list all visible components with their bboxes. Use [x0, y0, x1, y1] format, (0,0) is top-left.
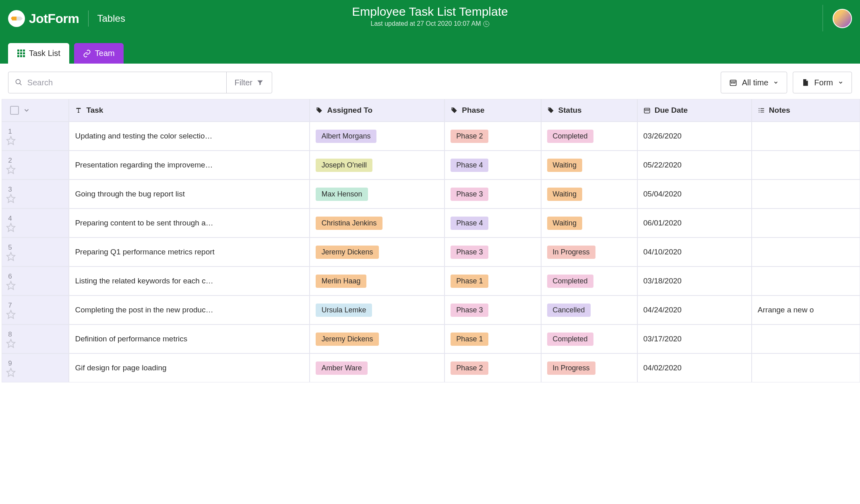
due-date-cell[interactable]: 04/10/2020 — [637, 238, 752, 266]
notes-cell[interactable] — [752, 353, 860, 382]
table-row[interactable]: 7 Completing the post in the new produc…… — [2, 295, 860, 324]
select-all-checkbox[interactable] — [10, 106, 19, 115]
status-badge: Waiting — [547, 159, 582, 172]
tab-team[interactable]: Team — [74, 43, 124, 64]
product-name[interactable]: Tables — [97, 13, 125, 24]
assigned-cell[interactable]: Albert Morgans — [310, 122, 444, 151]
assigned-cell[interactable]: Christina Jenkins — [310, 209, 444, 238]
user-avatar[interactable] — [833, 9, 852, 28]
star-icon[interactable] — [6, 252, 64, 261]
status-badge: Waiting — [547, 188, 582, 201]
notes-cell[interactable]: Arrange a new o — [752, 295, 860, 324]
time-range-dropdown[interactable]: All time — [721, 72, 788, 93]
phase-cell[interactable]: Phase 1 — [444, 324, 541, 353]
row-number: 5 — [6, 244, 14, 252]
task-cell[interactable]: Definition of performance metrics — [69, 324, 310, 353]
phase-cell[interactable]: Phase 4 — [444, 209, 541, 238]
header-assigned[interactable]: Assigned To — [310, 99, 444, 122]
search-input[interactable] — [27, 78, 220, 87]
filter-button[interactable]: Filter — [226, 72, 272, 93]
assigned-cell[interactable]: Max Henson — [310, 180, 444, 209]
task-cell[interactable]: Preparing Q1 performance metrics report — [69, 238, 310, 266]
phase-cell[interactable]: Phase 3 — [444, 238, 541, 266]
table-row[interactable]: 9 Gif design for page loadingAmber WareP… — [2, 353, 860, 382]
phase-cell[interactable]: Phase 1 — [444, 266, 541, 295]
star-icon[interactable] — [6, 194, 64, 203]
brand-logo[interactable]: JotForm — [8, 10, 79, 27]
due-date-cell[interactable]: 04/24/2020 — [637, 295, 752, 324]
assigned-cell[interactable]: Ursula Lemke — [310, 295, 444, 324]
star-icon[interactable] — [6, 136, 64, 145]
task-cell[interactable]: Presentation regarding the improveme… — [69, 151, 310, 180]
assigned-cell[interactable]: Merlin Haag — [310, 266, 444, 295]
table-row[interactable]: 1 Updating and testing the color selecti… — [2, 122, 860, 151]
row-handle: 7 — [2, 295, 69, 324]
notes-cell[interactable] — [752, 180, 860, 209]
star-icon[interactable] — [6, 368, 64, 377]
notes-cell[interactable] — [752, 151, 860, 180]
chevron-down-icon[interactable] — [23, 107, 30, 114]
star-icon[interactable] — [6, 165, 64, 174]
status-cell[interactable]: In Progress — [541, 238, 637, 266]
table-row[interactable]: 4 Preparing content to be sent through a… — [2, 209, 860, 238]
star-icon[interactable] — [6, 339, 64, 348]
due-date-cell[interactable]: 05/22/2020 — [637, 151, 752, 180]
status-cell[interactable]: Completed — [541, 122, 637, 151]
table-row[interactable]: 8 Definition of performance metricsJerem… — [2, 324, 860, 353]
table-row[interactable]: 3 Going through the bug report listMax H… — [2, 180, 860, 209]
row-handle: 9 — [2, 353, 69, 382]
star-icon[interactable] — [6, 223, 64, 232]
notes-cell[interactable] — [752, 209, 860, 238]
status-cell[interactable]: In Progress — [541, 353, 637, 382]
star-icon[interactable] — [6, 281, 64, 290]
status-cell[interactable]: Cancelled — [541, 295, 637, 324]
task-cell[interactable]: Listing the related keywords for each c… — [69, 266, 310, 295]
phase-badge: Phase 3 — [451, 246, 488, 259]
due-date-cell[interactable]: 06/01/2020 — [637, 209, 752, 238]
assigned-cell[interactable]: Amber Ware — [310, 353, 444, 382]
task-cell[interactable]: Updating and testing the color selectio… — [69, 122, 310, 151]
status-cell[interactable]: Waiting — [541, 180, 637, 209]
filter-label: Filter — [235, 78, 252, 87]
phase-cell[interactable]: Phase 2 — [444, 353, 541, 382]
due-date-cell[interactable]: 03/18/2020 — [637, 266, 752, 295]
status-cell[interactable]: Completed — [541, 324, 637, 353]
notes-cell[interactable] — [752, 266, 860, 295]
status-cell[interactable]: Completed — [541, 266, 637, 295]
header-status[interactable]: Status — [541, 99, 637, 122]
phase-cell[interactable]: Phase 3 — [444, 295, 541, 324]
notes-cell[interactable] — [752, 122, 860, 151]
assigned-cell[interactable]: Jeremy Dickens — [310, 324, 444, 353]
notes-cell[interactable] — [752, 324, 860, 353]
due-date-cell[interactable]: 04/02/2020 — [637, 353, 752, 382]
tab-task-list[interactable]: Task List — [8, 43, 69, 64]
task-cell[interactable]: Going through the bug report list — [69, 180, 310, 209]
svg-marker-26 — [7, 368, 15, 376]
form-dropdown[interactable]: Form — [793, 72, 852, 93]
due-date-cell[interactable]: 03/26/2020 — [637, 122, 752, 151]
task-cell[interactable]: Gif design for page loading — [69, 353, 310, 382]
header-notes[interactable]: Notes — [752, 99, 860, 122]
table-row[interactable]: 6 Listing the related keywords for each … — [2, 266, 860, 295]
status-cell[interactable]: Waiting — [541, 209, 637, 238]
phase-cell[interactable]: Phase 4 — [444, 151, 541, 180]
due-date-cell[interactable]: 05/04/2020 — [637, 180, 752, 209]
assigned-cell[interactable]: Joseph O'neill — [310, 151, 444, 180]
svg-marker-24 — [7, 310, 15, 318]
phase-cell[interactable]: Phase 2 — [444, 122, 541, 151]
phase-cell[interactable]: Phase 3 — [444, 180, 541, 209]
svg-marker-22 — [7, 252, 15, 260]
assigned-cell[interactable]: Jeremy Dickens — [310, 238, 444, 266]
star-icon[interactable] — [6, 310, 64, 319]
header-phase[interactable]: Phase — [444, 99, 541, 122]
header-due-date[interactable]: Due Date — [637, 99, 752, 122]
task-cell[interactable]: Completing the post in the new produc… — [69, 295, 310, 324]
task-cell[interactable]: Preparing content to be sent through a… — [69, 209, 310, 238]
table-row[interactable]: 5 Preparing Q1 performance metrics repor… — [2, 238, 860, 266]
header-task[interactable]: Task — [69, 99, 310, 122]
status-cell[interactable]: Waiting — [541, 151, 637, 180]
due-date-cell[interactable]: 03/17/2020 — [637, 324, 752, 353]
table-row[interactable]: 2 Presentation regarding the improveme…J… — [2, 151, 860, 180]
column-label: Assigned To — [327, 106, 372, 115]
notes-cell[interactable] — [752, 238, 860, 266]
